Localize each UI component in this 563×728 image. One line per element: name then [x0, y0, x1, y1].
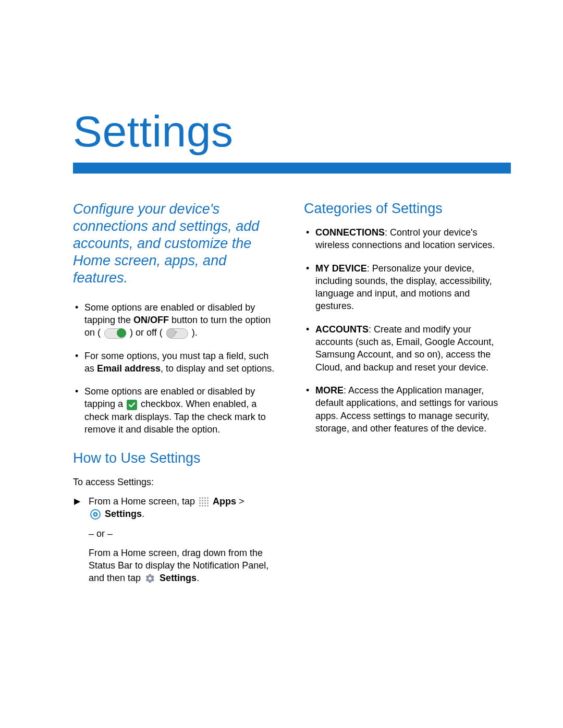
- category-label: MORE: [315, 385, 344, 396]
- toggle-off-icon: OFF: [166, 328, 188, 339]
- toggle-knob: [117, 328, 126, 338]
- category-label: MY DEVICE: [315, 263, 367, 274]
- apps-grid-icon: [199, 497, 209, 507]
- title-rule: [73, 163, 511, 174]
- text: , to display and set options.: [161, 363, 274, 374]
- onoff-label: ON/OFF: [133, 315, 169, 325]
- svg-point-2: [94, 513, 96, 515]
- category-connections: CONNECTIONS: Control your device's wirel…: [304, 226, 511, 252]
- content-columns: Configure your device's connections and …: [73, 201, 511, 591]
- period: .: [197, 573, 199, 583]
- play-arrow-icon: ▶: [74, 496, 80, 507]
- left-column: Configure your device's connections and …: [73, 201, 280, 591]
- apps-label: Apps: [213, 496, 236, 507]
- toggle-on-icon: ON: [104, 328, 126, 339]
- or-separator: – or –: [73, 527, 280, 540]
- text: From a Home screen, tap: [89, 496, 198, 507]
- title-block: Settings: [73, 0, 511, 174]
- period: .: [142, 509, 144, 519]
- text: ).: [192, 327, 198, 338]
- category-label: ACCOUNTS: [315, 324, 369, 335]
- text: ) or off (: [130, 327, 163, 338]
- category-accounts: ACCOUNTS: Create and modify your account…: [304, 323, 511, 374]
- lead-paragraph: Configure your device's connections and …: [73, 201, 280, 287]
- settings-label-2: Settings: [160, 573, 197, 583]
- categories-heading: Categories of Settings: [304, 201, 511, 217]
- step-access-1: ▶ From a Home screen, tap Apps >: [73, 495, 280, 521]
- right-column: Categories of Settings CONNECTIONS: Cont…: [304, 201, 511, 591]
- checkbox-icon: [127, 400, 137, 410]
- toggle-knob: [166, 328, 176, 338]
- access-intro: To access Settings:: [73, 476, 280, 488]
- email-address-label: Email address: [97, 363, 161, 374]
- settings-gear-gray-icon: [145, 573, 155, 584]
- category-my-device: MY DEVICE: Personalize your device, incl…: [304, 262, 511, 313]
- bullet-checkbox: Some options are enabled or disabled by …: [73, 385, 280, 436]
- intro-bullet-list: Some options are enabled or disabled by …: [73, 301, 280, 436]
- page-title: Settings: [73, 109, 511, 153]
- bullet-onoff: Some options are enabled or disabled by …: [73, 301, 280, 339]
- how-to-use-heading: How to Use Settings: [73, 450, 280, 466]
- settings-gear-blue-icon: [90, 509, 101, 520]
- category-label: CONNECTIONS: [315, 227, 385, 238]
- category-more: MORE: Access the Application manager, de…: [304, 384, 511, 435]
- settings-label: Settings: [105, 509, 142, 519]
- bullet-tap-field: For some options, you must tap a field, …: [73, 350, 280, 375]
- gt: >: [236, 496, 244, 507]
- manual-page: Settings Configure your device's connect…: [0, 0, 563, 728]
- step-access-alt: From a Home screen, drag down from the S…: [73, 547, 280, 585]
- categories-list: CONNECTIONS: Control your device's wirel…: [304, 226, 511, 435]
